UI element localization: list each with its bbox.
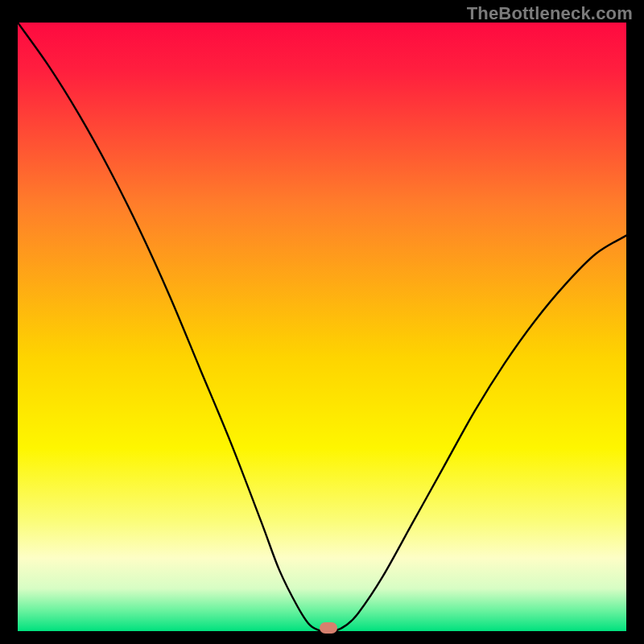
watermark-text: TheBottleneck.com	[467, 3, 633, 24]
minimum-marker	[320, 622, 337, 634]
gradient-background	[18, 23, 626, 631]
chart-frame: TheBottleneck.com	[0, 0, 644, 644]
bottleneck-chart	[18, 23, 626, 631]
